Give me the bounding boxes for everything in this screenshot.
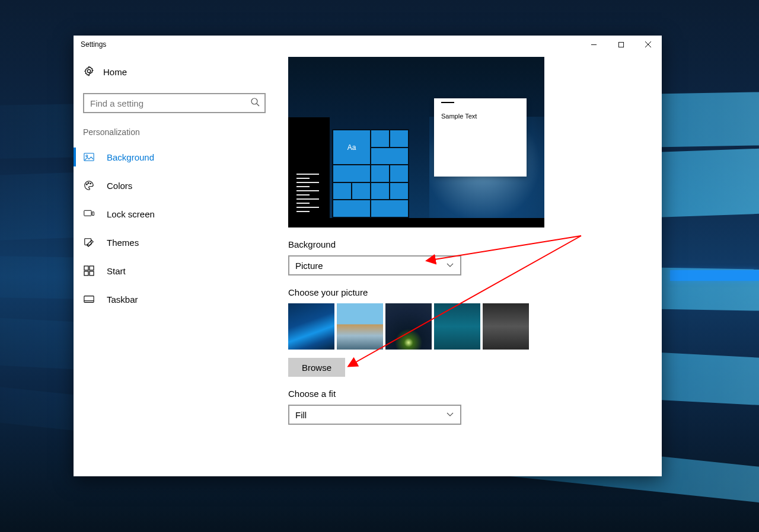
svg-line-6 — [257, 104, 259, 106]
search-icon — [250, 97, 260, 109]
preview-tile-aa: Aa — [333, 130, 370, 164]
picture-thumb-4[interactable] — [434, 303, 480, 350]
sidebar-item-start[interactable]: Start — [74, 257, 279, 285]
sidebar-item-taskbar[interactable]: Taskbar — [74, 285, 279, 313]
picture-thumb-3[interactable] — [385, 303, 432, 350]
lockscreen-icon — [83, 209, 95, 219]
browse-button[interactable]: Browse — [288, 358, 345, 377]
picture-thumb-5[interactable] — [483, 303, 529, 350]
settings-content: Aa Sample Text Background Picture — [288, 53, 662, 476]
maximize-button[interactable] — [607, 36, 634, 53]
minimize-button[interactable] — [580, 36, 607, 53]
svg-point-4 — [87, 69, 90, 72]
sidebar-item-background[interactable]: Background — [74, 143, 279, 171]
fit-dropdown-value: Fill — [295, 410, 307, 420]
svg-point-11 — [90, 183, 91, 184]
background-label: Background — [288, 239, 662, 249]
sidebar-item-label: Taskbar — [107, 294, 138, 305]
svg-point-10 — [88, 182, 89, 184]
preview-sample-text: Sample Text — [441, 113, 519, 120]
svg-rect-15 — [84, 266, 88, 270]
fit-dropdown[interactable]: Fill — [288, 405, 461, 425]
sidebar-section-header: Personalization — [83, 127, 279, 137]
settings-window: Settings Home — [74, 36, 662, 476]
sidebar-item-label: Lock screen — [107, 209, 155, 219]
svg-rect-16 — [90, 266, 94, 270]
svg-rect-18 — [90, 271, 94, 275]
background-dropdown-value: Picture — [295, 261, 323, 271]
home-label: Home — [103, 67, 127, 77]
search-input[interactable] — [89, 98, 250, 109]
sidebar-item-colors[interactable]: Colors — [74, 171, 279, 200]
sidebar-item-lockscreen[interactable]: Lock screen — [74, 200, 279, 228]
background-preview: Aa Sample Text — [288, 57, 544, 227]
home-button[interactable]: Home — [83, 65, 279, 79]
sidebar-item-label: Themes — [107, 238, 139, 248]
svg-rect-13 — [92, 212, 94, 216]
sidebar-item-themes[interactable]: Themes — [74, 228, 279, 257]
preview-sample-window: Sample Text — [434, 98, 527, 177]
search-box[interactable] — [83, 93, 266, 113]
palette-icon — [83, 180, 95, 191]
close-button[interactable] — [634, 36, 662, 53]
chevron-down-icon — [446, 410, 454, 420]
sidebar-item-label: Start — [107, 266, 126, 276]
picture-thumb-2[interactable] — [337, 303, 383, 350]
svg-rect-17 — [84, 271, 88, 275]
svg-rect-1 — [618, 42, 623, 47]
picture-icon — [83, 152, 95, 162]
svg-rect-12 — [84, 210, 91, 216]
svg-point-9 — [87, 184, 88, 185]
window-titlebar[interactable]: Settings — [74, 36, 662, 53]
svg-point-8 — [86, 155, 88, 157]
choose-fit-label: Choose a fit — [288, 389, 662, 399]
browse-button-label: Browse — [302, 363, 331, 373]
themes-icon — [83, 237, 95, 248]
sidebar-item-label: Background — [107, 152, 154, 162]
background-dropdown[interactable]: Picture — [288, 255, 461, 275]
picture-thumb-1[interactable] — [288, 303, 334, 350]
taskbar-icon — [83, 294, 95, 305]
sidebar-item-label: Colors — [107, 181, 132, 191]
svg-point-5 — [251, 98, 257, 104]
choose-picture-label: Choose your picture — [288, 287, 662, 297]
svg-rect-19 — [84, 296, 94, 303]
start-icon — [83, 265, 95, 276]
window-title: Settings — [81, 40, 106, 49]
gear-icon — [83, 65, 95, 79]
chevron-down-icon — [446, 261, 454, 271]
settings-sidebar: Home Personalization Background Colo — [74, 53, 288, 476]
picture-thumbnails — [288, 303, 662, 350]
